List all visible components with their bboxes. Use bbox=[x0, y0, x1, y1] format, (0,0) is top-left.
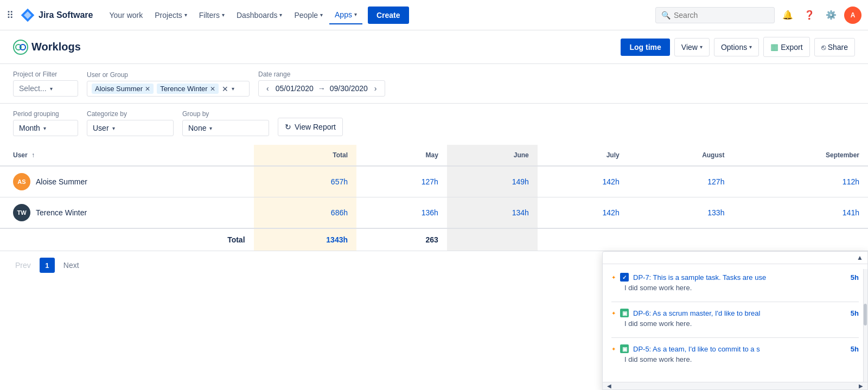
group-by-select[interactable]: None ▾ bbox=[182, 120, 269, 136]
clear-tags-button[interactable]: ✕ bbox=[222, 85, 228, 93]
nav-dashboards[interactable]: Dashboards ▾ bbox=[231, 7, 288, 24]
remove-aloise-button[interactable]: ✕ bbox=[145, 85, 150, 93]
table-header-row: User ↑ Total May June July August Septem… bbox=[0, 145, 868, 166]
col-header-august: August bbox=[628, 145, 733, 166]
worklogs-logo-icon bbox=[13, 40, 28, 55]
project-filter-select[interactable]: Select... ▾ bbox=[13, 80, 78, 97]
user-cell-aloise: AS Aloise Summer bbox=[0, 166, 254, 197]
popup-task-row-dp7: ✦ ✓ DP-7: This is a sample task. Tasks a… bbox=[611, 273, 859, 279]
sort-icon[interactable]: ↑ bbox=[31, 151, 35, 159]
jira-logo[interactable]: Jira Software bbox=[20, 8, 93, 23]
task-link-dp7[interactable]: DP-7: This is a sample task. Tasks are u… bbox=[633, 273, 766, 280]
categorize-by-select[interactable]: User ▾ bbox=[87, 120, 174, 136]
date-prev-button[interactable]: ‹ bbox=[264, 84, 271, 93]
tag-terence: Terence Winter ✕ bbox=[157, 84, 218, 94]
view-button[interactable]: View ▾ bbox=[674, 38, 710, 56]
date-next-button[interactable]: › bbox=[372, 84, 379, 93]
search-input[interactable] bbox=[674, 11, 769, 20]
popup-collapse-button[interactable]: ▲ bbox=[857, 254, 863, 261]
chevron-down-icon: ▾ bbox=[700, 44, 703, 50]
project-filter-label: Project or Filter bbox=[13, 71, 78, 78]
options-button[interactable]: Options ▾ bbox=[714, 38, 759, 56]
chevron-down-icon: ▾ bbox=[112, 125, 115, 131]
remove-terence-button[interactable]: ✕ bbox=[210, 85, 215, 93]
next-page-button[interactable]: Next bbox=[61, 259, 81, 272]
share-icon: ⎋ bbox=[821, 43, 826, 52]
september-terence[interactable]: 141h bbox=[733, 197, 868, 229]
options-row: Period grouping Month ▾ Categorize by Us… bbox=[0, 104, 868, 136]
chevron-down-icon: ▾ bbox=[184, 12, 187, 18]
period-grouping-select[interactable]: Month ▾ bbox=[13, 120, 78, 136]
col-header-september: September bbox=[733, 145, 868, 166]
worklogs-table-wrap: User ↑ Total May June July August Septem… bbox=[0, 145, 868, 251]
categorize-by-label: Categorize by bbox=[87, 110, 174, 118]
july-terence[interactable]: 142h bbox=[538, 197, 628, 229]
june-aloise[interactable]: 149h bbox=[447, 166, 538, 197]
refresh-icon: ↻ bbox=[285, 123, 291, 131]
total-grand: 1343h bbox=[254, 228, 356, 251]
nav-apps[interactable]: Apps ▾ bbox=[329, 6, 362, 24]
date-arrow: → bbox=[318, 84, 326, 93]
user-info-aloise: AS Aloise Summer bbox=[13, 173, 245, 190]
notifications-button[interactable]: 🔔 bbox=[779, 7, 796, 24]
search-box[interactable]: 🔍 bbox=[655, 7, 775, 23]
prev-page-button[interactable]: Prev bbox=[13, 259, 33, 272]
total-july bbox=[538, 228, 628, 251]
june-terence[interactable]: 134h bbox=[447, 197, 538, 229]
task-popup: ▲ ✦ ✓ DP-7: This is a sample task. Tasks… bbox=[602, 251, 868, 279]
col-header-june: June bbox=[447, 145, 538, 166]
august-aloise[interactable]: 127h bbox=[628, 166, 733, 197]
chevron-down-icon: ▾ bbox=[50, 86, 53, 92]
grid-icon[interactable]: ⠿ bbox=[7, 9, 14, 21]
august-terence[interactable]: 133h bbox=[628, 197, 733, 229]
user-filter-group: User or Group Aloise Summer ✕ Terence Wi… bbox=[87, 71, 250, 97]
group-by-label: Group by bbox=[182, 110, 269, 118]
logo-text: Jira Software bbox=[39, 10, 93, 20]
top-navigation: ⠿ Jira Software Your work Projects ▾ Fil… bbox=[0, 0, 868, 30]
july-aloise[interactable]: 142h bbox=[538, 166, 628, 197]
may-terence[interactable]: 136h bbox=[356, 197, 447, 229]
create-button[interactable]: Create bbox=[368, 7, 409, 24]
export-button[interactable]: ▦ Export bbox=[763, 37, 809, 57]
header-actions: Log time View ▾ Options ▾ ▦ Export ⎋ Sha… bbox=[621, 37, 855, 57]
period-grouping-group: Period grouping Month ▾ bbox=[13, 110, 78, 136]
view-report-button[interactable]: ↻ View Report bbox=[278, 118, 343, 136]
total-august bbox=[628, 228, 733, 251]
col-header-may: May bbox=[356, 145, 447, 166]
total-terence: 686h bbox=[254, 197, 356, 229]
chevron-down-icon: ▾ bbox=[209, 125, 212, 131]
date-range-label: Date range bbox=[258, 71, 385, 78]
user-filter-tags[interactable]: Aloise Summer ✕ Terence Winter ✕ ✕ ▾ bbox=[87, 81, 250, 97]
total-september bbox=[733, 228, 868, 251]
user-filter-label: User or Group bbox=[87, 71, 250, 79]
may-aloise[interactable]: 127h bbox=[356, 166, 447, 197]
log-time-button[interactable]: Log time bbox=[621, 39, 669, 56]
search-icon: 🔍 bbox=[661, 11, 671, 20]
date-range-control: ‹ 05/01/2020 → 09/30/2020 › bbox=[258, 80, 385, 97]
total-june bbox=[447, 228, 538, 251]
group-by-group: Group by None ▾ bbox=[182, 110, 269, 136]
nav-people[interactable]: People ▾ bbox=[289, 7, 328, 24]
user-avatar[interactable]: A bbox=[844, 7, 861, 24]
project-filter-group: Project or Filter Select... ▾ bbox=[13, 71, 78, 97]
chevron-down-icon: ▾ bbox=[354, 11, 357, 17]
settings-button[interactable]: ⚙️ bbox=[822, 7, 840, 24]
popup-task-item-dp7: ✦ ✓ DP-7: This is a sample task. Tasks a… bbox=[611, 273, 859, 279]
popup-scroll-area[interactable]: ✦ ✓ DP-7: This is a sample task. Tasks a… bbox=[603, 264, 867, 279]
avatar-aloise: AS bbox=[13, 173, 30, 190]
september-aloise[interactable]: 112h bbox=[733, 166, 868, 197]
nav-your-work[interactable]: Your work bbox=[104, 7, 148, 24]
table-row: TW Terence Winter 686h 136h 134h 142h bbox=[0, 197, 868, 229]
nav-items: Your work Projects ▾ Filters ▾ Dashboard… bbox=[104, 6, 653, 24]
chevron-down-icon: ▾ bbox=[320, 12, 323, 18]
nav-filters[interactable]: Filters ▾ bbox=[194, 7, 230, 24]
nav-projects[interactable]: Projects ▾ bbox=[149, 7, 193, 24]
total-label: Total bbox=[0, 228, 254, 251]
categorize-by-group: Categorize by User ▾ bbox=[87, 110, 174, 136]
help-button[interactable]: ❓ bbox=[801, 7, 818, 24]
popup-scrollbar[interactable] bbox=[863, 269, 867, 279]
total-may: 263 bbox=[356, 228, 447, 251]
date-to: 09/30/2020 bbox=[330, 84, 368, 93]
share-button[interactable]: ⎋ Share bbox=[814, 38, 855, 56]
chevron-down-icon: ▾ bbox=[222, 12, 225, 18]
